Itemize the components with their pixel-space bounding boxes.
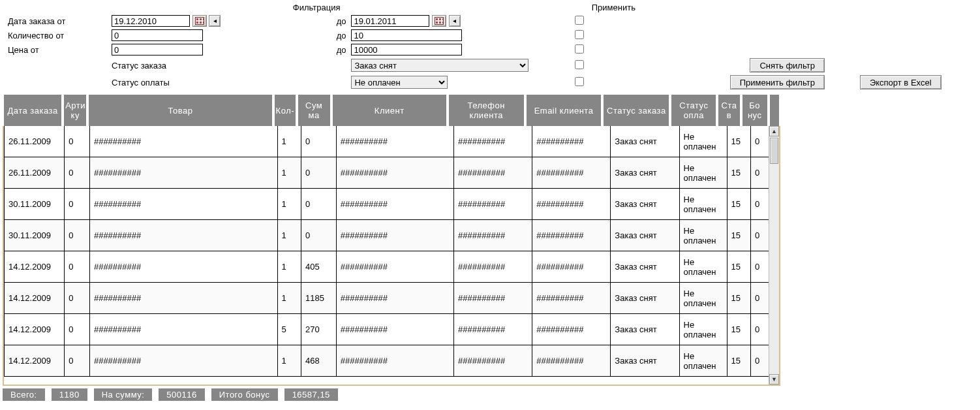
table-cell: ########## [336, 251, 453, 283]
table-cell: ########## [532, 189, 611, 220]
export-excel-button[interactable]: Экспорт в Excel [860, 75, 942, 89]
qty-to-label: до [284, 28, 349, 42]
table-cell: ########## [336, 220, 453, 251]
price-to-label: до [284, 42, 349, 57]
apply-price-checkbox[interactable] [575, 44, 584, 54]
date-to-step[interactable]: ◂ [449, 15, 461, 27]
pay-status-label: Статус оплаты [109, 74, 284, 91]
table-row[interactable]: 14.12.20090##########11185##############… [5, 283, 779, 314]
column-header[interactable]: Клиент [331, 95, 448, 126]
table-row[interactable]: 14.12.20090##########5270###############… [5, 314, 779, 345]
table-cell: 1 [277, 251, 301, 283]
apply-filter-button[interactable]: Применить фильтр [730, 75, 825, 89]
table-cell: Заказ снят [611, 283, 679, 314]
orders-table: Дата заказаАрти куТоварКол-Сум маКлиентТ… [3, 95, 780, 126]
summary-footer: Всего: 1180 На сумму: 500116 Итого бонус… [3, 388, 980, 401]
table-cell: 1 [277, 189, 301, 220]
table-cell: 0 [65, 126, 90, 157]
date-to-label: до [284, 14, 349, 28]
table-cell: 1 [277, 157, 301, 189]
grid-scrollbar[interactable]: ▲ ▼ [769, 126, 779, 385]
qty-from-input[interactable] [112, 29, 203, 41]
table-cell: Не оплачен [679, 251, 727, 283]
table-cell: Заказ снят [611, 314, 679, 345]
table-cell: 15 [727, 220, 750, 251]
date-to-input[interactable] [351, 15, 429, 27]
price-from-label: Цена от [5, 42, 109, 57]
column-header[interactable]: Арти ку [63, 95, 87, 126]
clear-filter-button[interactable]: Снять фильтр [750, 58, 824, 72]
table-cell: ########## [453, 220, 532, 251]
apply-order-status-checkbox[interactable] [575, 60, 584, 69]
bonus-label: Итого бонус [211, 388, 278, 401]
calendar-to-button[interactable] [432, 15, 446, 27]
column-header[interactable]: Статус заказа [602, 95, 670, 126]
table-row[interactable]: 26.11.20090##########10#################… [5, 157, 779, 189]
price-to-input[interactable] [351, 44, 462, 55]
table-cell: 26.11.2009 [5, 157, 65, 189]
table-row[interactable]: 14.12.20090##########1468###############… [5, 345, 779, 377]
table-row[interactable]: 30.11.20090##########10#################… [5, 189, 779, 220]
table-cell: 14.12.2009 [5, 251, 65, 283]
qty-from-label: Количество от [5, 28, 109, 42]
column-header[interactable]: Бо нус [741, 95, 769, 126]
qty-to-input[interactable] [351, 29, 462, 41]
date-from-step[interactable]: ◂ [209, 15, 221, 27]
table-cell: ########## [453, 345, 532, 377]
table-cell: Не оплачен [679, 314, 727, 345]
table-cell: ########## [89, 189, 277, 220]
date-from-input[interactable] [112, 15, 190, 27]
price-from-input[interactable] [112, 44, 203, 55]
scroll-up-button[interactable]: ▲ [769, 126, 779, 136]
table-cell: 15 [727, 157, 750, 189]
pay-status-select[interactable]: Не оплачен [351, 76, 448, 89]
table-cell: 14.12.2009 [5, 314, 65, 345]
table-row[interactable]: 14.12.20090##########1405###############… [5, 251, 779, 283]
table-cell: 14.12.2009 [5, 345, 65, 377]
column-header[interactable]: Дата заказа [3, 95, 63, 126]
table-cell: ########## [89, 126, 277, 157]
apply-pay-status-checkbox[interactable] [575, 77, 584, 86]
table-cell: 0 [301, 220, 337, 251]
scroll-thumb[interactable] [770, 138, 778, 164]
table-cell: Не оплачен [679, 220, 727, 251]
table-cell: ########## [89, 220, 277, 251]
sum-value: 500116 [159, 388, 204, 401]
order-status-select[interactable]: Заказ снят [351, 59, 528, 72]
column-header[interactable]: Ста в [717, 95, 741, 126]
column-header[interactable]: Статус опла [670, 95, 717, 126]
calendar-from-button[interactable] [192, 15, 207, 27]
calendar-icon [195, 17, 204, 25]
table-cell: 0 [65, 345, 90, 377]
apply-date-checkbox[interactable] [575, 16, 584, 25]
scroll-down-button[interactable]: ▼ [769, 374, 779, 385]
apply-qty-checkbox[interactable] [575, 30, 584, 39]
table-cell: ########## [532, 126, 611, 157]
table-cell: 1 [277, 345, 301, 377]
table-cell: ########## [336, 157, 453, 189]
table-cell: ########## [336, 189, 453, 220]
table-cell: 1185 [301, 283, 337, 314]
table-row[interactable]: 26.11.20090##########10#################… [5, 126, 779, 157]
table-cell: Заказ снят [611, 251, 679, 283]
orders-grid: Дата заказаАрти куТоварКол-Сум маКлиентТ… [3, 95, 780, 386]
total-value: 1180 [52, 388, 87, 401]
filter-panel: Фильтрация Применить Дата заказа от ◂ до… [0, 0, 980, 93]
table-cell: ########## [453, 126, 532, 157]
table-cell: ########## [532, 251, 611, 283]
column-header[interactable]: Email клиента [525, 95, 603, 126]
table-cell: ########## [532, 220, 611, 251]
table-cell: ########## [336, 283, 453, 314]
table-cell: 15 [727, 251, 750, 283]
column-header[interactable]: Телефон клиента [448, 95, 525, 126]
table-cell: 15 [727, 126, 750, 157]
table-cell: ########## [89, 283, 277, 314]
table-row[interactable]: 30.11.20090##########10#################… [5, 220, 779, 251]
table-cell: 270 [301, 314, 337, 345]
column-header[interactable]: Сум ма [297, 95, 331, 126]
table-cell: ########## [89, 157, 277, 189]
table-cell: 5 [277, 314, 301, 345]
column-header[interactable]: Кол- [273, 95, 297, 126]
column-header[interactable]: Товар [87, 95, 273, 126]
table-cell: 0 [65, 251, 90, 283]
